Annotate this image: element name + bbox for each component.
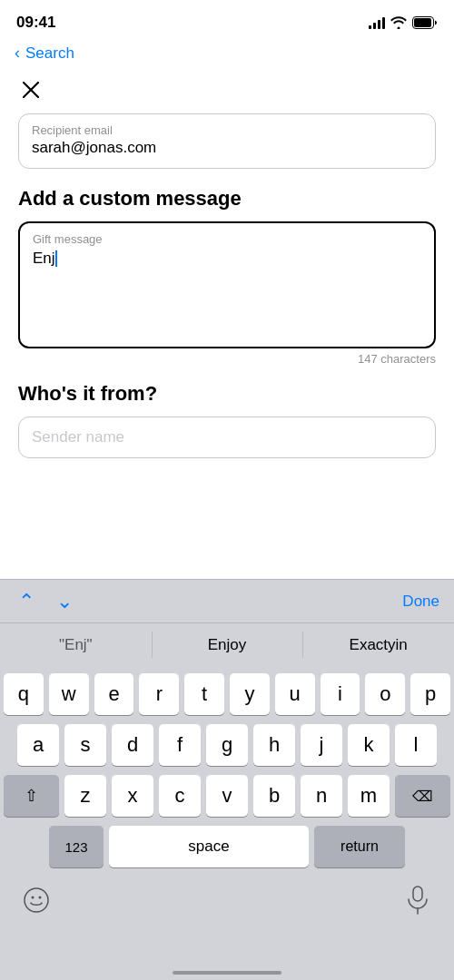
key-i[interactable]: i bbox=[321, 673, 360, 715]
key-q[interactable]: q bbox=[4, 673, 44, 715]
key-x[interactable]: x bbox=[112, 775, 153, 817]
key-space[interactable]: space bbox=[109, 826, 309, 867]
gift-message-label: Gift message bbox=[33, 232, 421, 246]
autocomplete-item-2[interactable]: Exactyin bbox=[302, 623, 454, 666]
gift-message-field[interactable]: Gift message Enj bbox=[18, 221, 436, 348]
toolbar-done-button[interactable]: Done bbox=[402, 593, 439, 611]
key-h[interactable]: h bbox=[253, 724, 295, 766]
gift-message-value: Enj bbox=[33, 250, 421, 322]
key-m[interactable]: m bbox=[348, 775, 390, 817]
svg-point-4 bbox=[25, 888, 48, 912]
close-button[interactable] bbox=[18, 77, 44, 103]
key-g[interactable]: g bbox=[206, 724, 248, 766]
autocomplete-item-0[interactable]: "Enj" bbox=[0, 623, 152, 666]
keyboard-bottom-bar bbox=[4, 877, 450, 918]
sender-name-placeholder: Sender name bbox=[32, 428, 422, 446]
key-u[interactable]: u bbox=[275, 673, 315, 715]
mic-button[interactable] bbox=[400, 882, 436, 918]
form-content: Recipient email sarah@jonas.com Add a cu… bbox=[0, 70, 454, 458]
key-z[interactable]: z bbox=[64, 775, 106, 817]
key-c[interactable]: c bbox=[159, 775, 201, 817]
key-s[interactable]: s bbox=[64, 724, 106, 766]
svg-point-6 bbox=[39, 897, 42, 899]
toolbar-up-button[interactable]: ⌃ bbox=[15, 586, 38, 617]
key-return[interactable]: return bbox=[314, 826, 405, 867]
key-a[interactable]: a bbox=[17, 724, 59, 766]
recipient-email-value: sarah@jonas.com bbox=[32, 139, 422, 157]
emoji-button[interactable] bbox=[18, 882, 54, 918]
back-button[interactable]: ‹ Search bbox=[15, 44, 74, 63]
wifi-icon bbox=[390, 16, 407, 29]
key-b[interactable]: b bbox=[253, 775, 295, 817]
key-t[interactable]: t bbox=[184, 673, 224, 715]
key-j[interactable]: j bbox=[301, 724, 342, 766]
keyboard-row-2: a s d f g h j k l bbox=[4, 724, 450, 766]
back-chevron-icon: ‹ bbox=[15, 44, 20, 63]
recipient-email-label: Recipient email bbox=[32, 123, 422, 137]
key-r[interactable]: r bbox=[139, 673, 179, 715]
home-indicator bbox=[173, 971, 281, 975]
status-bar: 09:41 bbox=[0, 0, 454, 40]
key-n[interactable]: n bbox=[301, 775, 342, 817]
toolbar-nav: ⌃ ⌄ bbox=[15, 586, 76, 617]
sender-heading: Who's it from? bbox=[18, 382, 436, 406]
key-backspace[interactable]: ⌫ bbox=[395, 775, 450, 817]
toolbar-down-button[interactable]: ⌄ bbox=[53, 586, 76, 617]
key-p[interactable]: p bbox=[410, 673, 450, 715]
recipient-email-field[interactable]: Recipient email sarah@jonas.com bbox=[18, 113, 436, 169]
key-f[interactable]: f bbox=[159, 724, 201, 766]
autocomplete-bar: "Enj" Enjoy Exactyin bbox=[0, 622, 454, 666]
keyboard-row-4: 123 space return bbox=[4, 826, 450, 867]
svg-point-5 bbox=[32, 897, 35, 899]
autocomplete-item-1[interactable]: Enjoy bbox=[152, 623, 303, 666]
keyboard-row-1: q w e r t y u i o p bbox=[4, 673, 450, 715]
keyboard-toolbar: ⌃ ⌄ Done bbox=[0, 579, 454, 622]
svg-rect-7 bbox=[413, 887, 422, 901]
key-e[interactable]: e bbox=[94, 673, 134, 715]
key-o[interactable]: o bbox=[365, 673, 405, 715]
custom-message-heading: Add a custom message bbox=[18, 187, 436, 211]
status-time: 09:41 bbox=[16, 14, 55, 32]
back-label: Search bbox=[25, 44, 74, 63]
keyboard-row-3: ⇧ z x c v b n m ⌫ bbox=[4, 775, 450, 817]
key-v[interactable]: v bbox=[206, 775, 248, 817]
key-d[interactable]: d bbox=[112, 724, 153, 766]
nav-bar: ‹ Search bbox=[0, 40, 454, 70]
keyboard: q w e r t y u i o p a s d f g h j k l ⇧ … bbox=[0, 666, 454, 980]
sender-name-field[interactable]: Sender name bbox=[18, 416, 436, 458]
key-l[interactable]: l bbox=[395, 724, 437, 766]
key-y[interactable]: y bbox=[230, 673, 270, 715]
svg-rect-1 bbox=[414, 18, 431, 27]
status-icons bbox=[369, 16, 438, 29]
signal-icon bbox=[369, 16, 385, 29]
key-w[interactable]: w bbox=[49, 673, 89, 715]
char-count: 147 characters bbox=[18, 352, 436, 366]
battery-icon bbox=[412, 16, 438, 29]
key-numbers[interactable]: 123 bbox=[49, 826, 104, 867]
key-shift[interactable]: ⇧ bbox=[4, 775, 59, 817]
key-k[interactable]: k bbox=[348, 724, 390, 766]
